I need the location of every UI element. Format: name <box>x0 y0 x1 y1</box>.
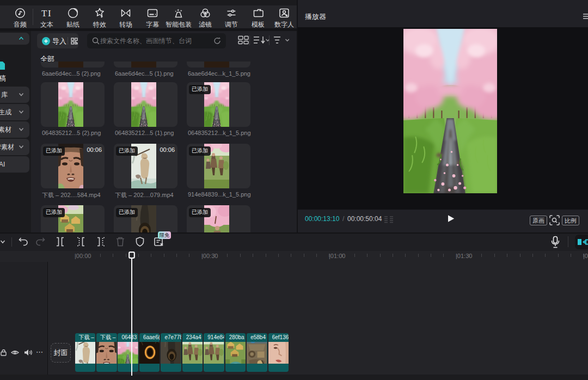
svg-text:T: T <box>41 8 47 19</box>
svg-text:I: I <box>48 8 51 19</box>
